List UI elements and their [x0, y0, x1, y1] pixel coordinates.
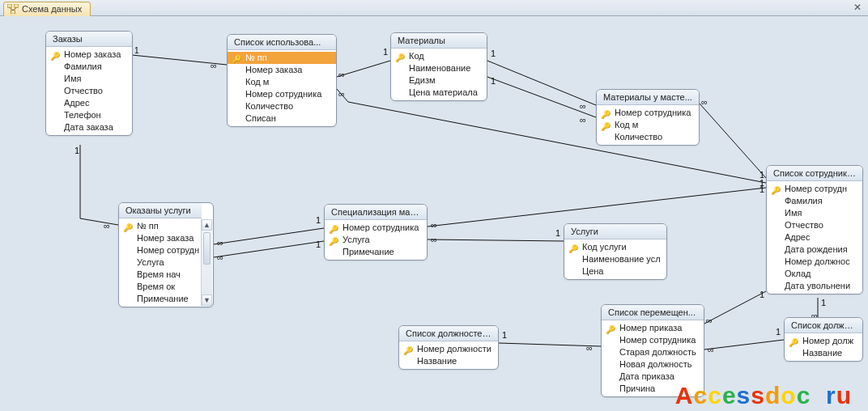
field-row[interactable]: Дата приказа [602, 371, 704, 383]
field-row[interactable]: 🔑Номер долж [785, 335, 862, 347]
svg-text:1: 1 [134, 46, 139, 55]
scroll-thumb[interactable] [203, 232, 211, 265]
svg-text:1: 1 [776, 327, 781, 337]
field-row[interactable]: Название [785, 347, 862, 359]
field-row[interactable]: Причина [602, 383, 704, 395]
table-title: Материалы [391, 33, 487, 49]
svg-text:1: 1 [491, 49, 496, 58]
field-row[interactable]: 🔑Номер должности [399, 343, 498, 355]
field-row[interactable]: 🔑Номер сотрудника [597, 107, 699, 119]
field-row[interactable]: Услуга [119, 256, 202, 269]
tab-schema[interactable]: Схема данных [3, 2, 91, 16]
table-materials-at-master[interactable]: Материалы у масте... 🔑Номер сотрудника 🔑… [596, 89, 700, 146]
field-row[interactable]: 🔑Номер сотрудн [767, 183, 862, 195]
table-title: Специализация мас... [325, 205, 427, 220]
field-row[interactable]: Едизм [391, 74, 487, 87]
svg-rect-0 [7, 4, 11, 7]
key-icon: 🔑 [123, 222, 133, 231]
svg-text:1: 1 [760, 178, 764, 188]
field-row[interactable]: Название [399, 355, 498, 367]
key-icon: 🔑 [568, 243, 578, 252]
field-row[interactable]: Цена материала [391, 87, 487, 99]
svg-text:1: 1 [760, 290, 764, 299]
close-icon[interactable]: ✕ [852, 2, 863, 13]
key-icon: 🔑 [789, 337, 798, 346]
table-positions-1[interactable]: Список должностей_1 🔑Номер должности Наз… [398, 325, 499, 370]
field-row[interactable]: 🔑Номер сотрудника [325, 222, 427, 234]
field-row[interactable]: Код м [228, 76, 336, 88]
field-row[interactable]: Отчество [767, 219, 862, 231]
field-row[interactable]: Количество [228, 100, 336, 112]
field-row[interactable]: 🔑Код [391, 50, 487, 62]
table-services[interactable]: Услуги 🔑Код услуги Наименование усл Цена [564, 223, 667, 280]
field-row[interactable]: 🔑Услуга [325, 234, 427, 246]
field-row[interactable]: Номер должнос [767, 256, 862, 268]
key-icon: 🔑 [606, 324, 615, 333]
field-row[interactable]: Телефон [46, 109, 132, 121]
field-row[interactable]: 🔑Код услуги [564, 241, 666, 253]
field-row[interactable]: Списан [228, 112, 336, 125]
tab-bar: Схема данных ✕ [0, 0, 868, 16]
key-icon: 🔑 [329, 235, 338, 245]
table-services-done[interactable]: Оказаны услуги 🔑№ пп Номер заказа Номер … [118, 202, 214, 307]
field-row[interactable]: Фамилия [767, 195, 862, 207]
field-row[interactable]: Дата заказа [46, 121, 132, 133]
table-title: Материалы у масте... [597, 90, 699, 105]
table-title: Список перемещен... [602, 305, 704, 320]
svg-text:1: 1 [555, 228, 560, 238]
field-row[interactable]: Наименование [391, 62, 487, 74]
field-row[interactable]: Дата увольнени [767, 280, 862, 292]
field-row[interactable]: Номер сотрудн [119, 244, 202, 256]
field-row[interactable]: Время ок [119, 281, 202, 293]
field-row[interactable]: Имя [46, 73, 132, 85]
table-specialization[interactable]: Специализация мас... 🔑Номер сотрудника 🔑… [324, 204, 428, 261]
field-row[interactable]: Дата рождения [767, 244, 862, 256]
table-title: Заказы [46, 32, 132, 47]
svg-text:1: 1 [316, 239, 321, 249]
table-transfers[interactable]: Список перемещен... 🔑Номер приказа Номер… [601, 304, 704, 397]
relationships-icon [7, 4, 19, 14]
table-used-list[interactable]: Список использова... 🔑№ пп Номер заказа … [227, 34, 337, 127]
field-row[interactable]: Новая должность [602, 358, 704, 371]
field-row[interactable]: 🔑Номер приказа [602, 322, 704, 334]
field-row[interactable]: Номер заказа [228, 64, 336, 76]
field-row[interactable]: Время нач [119, 269, 202, 281]
relationships-canvas[interactable]: ∞ 1 1 1 1 1 1 1 1 1 [0, 16, 868, 411]
field-row[interactable]: Адрес [767, 231, 862, 244]
table-positions[interactable]: Список должнос 🔑Номер долж Название [784, 317, 863, 362]
scroll-down-icon[interactable]: ▼ [202, 294, 212, 306]
svg-rect-1 [15, 4, 19, 7]
svg-text:1: 1 [821, 298, 826, 307]
field-row[interactable]: Оклад [767, 268, 862, 280]
field-row[interactable]: Количество [597, 131, 699, 143]
field-row[interactable]: Примечание [325, 246, 427, 258]
field-row[interactable]: Старая должность [602, 346, 704, 358]
field-row[interactable]: 🔑Код м [597, 119, 699, 131]
key-icon: 🔑 [403, 345, 413, 354]
field-row[interactable]: Номер сотрудника [228, 88, 336, 100]
field-row[interactable]: Номер сотрудника [602, 334, 704, 346]
svg-text:1: 1 [74, 146, 79, 155]
field-row[interactable]: Примечание [119, 293, 202, 305]
field-row[interactable]: Номер заказа [119, 232, 202, 244]
field-row[interactable]: 🔑Номер заказа [46, 49, 132, 61]
svg-text:1: 1 [760, 170, 764, 180]
table-title: Список использова... [228, 35, 336, 50]
field-row[interactable]: Отчество [46, 85, 132, 97]
scrollbar[interactable]: ▲ ▼ [201, 219, 212, 306]
table-materials[interactable]: Материалы 🔑Код Наименование Едизм Цена м… [390, 32, 487, 101]
key-icon: 🔑 [601, 108, 611, 118]
key-icon: 🔑 [329, 223, 338, 233]
field-row[interactable]: Фамилия [46, 61, 132, 73]
field-row[interactable]: 🔑№ пп [228, 52, 336, 64]
svg-text:1: 1 [491, 76, 496, 86]
field-row[interactable]: Имя [767, 207, 862, 219]
field-row[interactable]: 🔑№ пп [119, 220, 202, 232]
svg-text:1: 1 [383, 47, 388, 57]
field-row[interactable]: Цена [564, 265, 666, 278]
field-row[interactable]: Наименование усл [564, 253, 666, 265]
table-employees[interactable]: Список сотрудников 🔑Номер сотрудн Фамили… [766, 165, 863, 294]
scroll-up-icon[interactable]: ▲ [202, 219, 212, 231]
field-row[interactable]: Адрес [46, 97, 132, 109]
table-orders[interactable]: Заказы 🔑Номер заказа Фамилия Имя Отчеств… [45, 31, 133, 136]
